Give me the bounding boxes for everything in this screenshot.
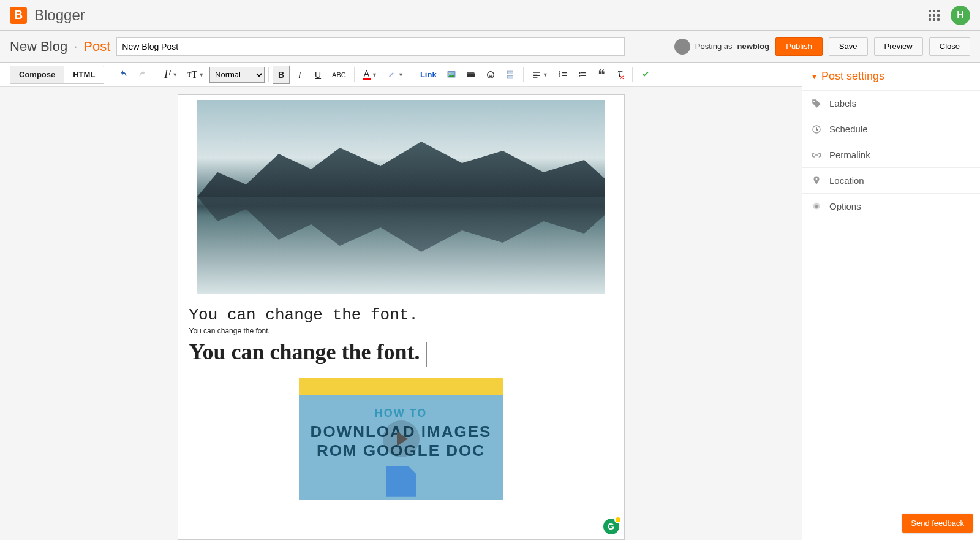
google-apps-icon[interactable]: [929, 10, 940, 21]
quote-button[interactable]: ❝: [593, 66, 610, 84]
sidebar-item-options[interactable]: Options: [802, 194, 980, 219]
post-settings-title: Post settings: [821, 70, 884, 83]
brand: B Blogger: [10, 6, 105, 25]
svg-point-3: [487, 71, 494, 78]
post-settings-panel: ▼ Post settings Labels Schedule Permalin…: [802, 63, 980, 540]
svg-point-5: [491, 74, 492, 74]
content-line-1[interactable]: You can change the font.: [189, 306, 613, 324]
editor-wrap: Compose HTML F▼ TT▼ Normal B I U ABC A▼ …: [0, 63, 802, 540]
insert-emoji-button[interactable]: [481, 66, 500, 84]
top-right: H: [929, 6, 970, 25]
svg-point-12: [813, 101, 815, 102]
pin-icon: [811, 175, 822, 186]
insert-video-button[interactable]: [462, 66, 480, 84]
marker-icon: [387, 70, 397, 80]
svg-point-10: [579, 72, 581, 74]
editor-canvas[interactable]: You can change the font. You can change …: [0, 87, 802, 540]
post-settings-toggle[interactable]: ▼ Post settings: [802, 63, 980, 91]
mode-toggle: Compose HTML: [10, 66, 104, 84]
inserted-image[interactable]: [197, 100, 605, 294]
sidebar-item-label: Location: [829, 175, 864, 186]
smiley-icon: [486, 70, 496, 80]
post-title-input[interactable]: [116, 37, 625, 56]
close-button[interactable]: Close: [929, 37, 970, 56]
highlight-button[interactable]: ▼: [383, 66, 408, 84]
doc-icon: [386, 466, 417, 497]
sidebar-item-location[interactable]: Location: [802, 168, 980, 194]
alignment-button[interactable]: ▼: [527, 66, 552, 84]
gear-icon: [811, 201, 822, 212]
numbered-list-button[interactable]: 12: [554, 66, 572, 84]
svg-rect-7: [507, 75, 513, 78]
bullet-list-button[interactable]: [573, 66, 592, 84]
check-icon: [641, 70, 650, 80]
svg-rect-6: [507, 71, 513, 74]
page-break-icon: [505, 70, 515, 80]
image-icon: [447, 70, 456, 80]
ol-icon: 12: [558, 70, 568, 80]
video-text-1: HOW TO: [375, 407, 428, 420]
toolbar: Compose HTML F▼ TT▼ Normal B I U ABC A▼ …: [0, 63, 802, 87]
undo-button[interactable]: [114, 66, 132, 84]
ul-icon: [578, 70, 587, 80]
svg-rect-2: [467, 73, 475, 77]
align-icon: [532, 70, 541, 80]
font-family-button[interactable]: F▼: [160, 66, 182, 84]
sidebar-item-labels[interactable]: Labels: [802, 91, 980, 116]
sub-bar: New Blog · Post Posting as newblog Publi…: [0, 31, 980, 63]
preview-button[interactable]: Preview: [874, 37, 923, 56]
publish-button[interactable]: Publish: [775, 37, 823, 56]
sidebar-item-schedule[interactable]: Schedule: [802, 116, 980, 142]
italic-button[interactable]: I: [291, 66, 308, 84]
spellcheck-button[interactable]: [636, 66, 655, 84]
svg-point-1: [449, 72, 451, 74]
blogger-logo-icon[interactable]: B: [10, 7, 27, 24]
clock-icon: [811, 124, 822, 135]
main-area: Compose HTML F▼ TT▼ Normal B I U ABC A▼ …: [0, 63, 980, 540]
author-avatar-icon[interactable]: [674, 39, 690, 55]
send-feedback-button[interactable]: Send feedback: [902, 514, 973, 533]
link-button[interactable]: Link: [416, 66, 441, 84]
strikethrough-button[interactable]: ABC: [328, 66, 350, 84]
clear-format-button[interactable]: T✕: [611, 66, 628, 84]
posting-as: Posting as newblog: [674, 39, 769, 55]
font-size-button[interactable]: TT▼: [183, 66, 208, 84]
inserted-video[interactable]: HOW TO DOWNLOAD IMAGES ROM GOOGLE DOC: [299, 378, 503, 500]
sidebar-item-label: Options: [829, 201, 861, 211]
account-avatar[interactable]: H: [951, 6, 970, 25]
undo-icon: [118, 70, 128, 80]
sidebar-item-label: Labels: [829, 98, 856, 108]
brand-name: Blogger: [34, 7, 85, 24]
compose-tab[interactable]: Compose: [10, 66, 64, 83]
sidebar-item-label: Schedule: [829, 124, 868, 134]
text-color-button[interactable]: A▼: [358, 66, 382, 84]
play-icon[interactable]: [383, 420, 420, 457]
post-body[interactable]: You can change the font. You can change …: [178, 94, 625, 540]
caret-down-icon: ▼: [811, 73, 818, 80]
content-line-3[interactable]: You can change the font.: [189, 339, 613, 367]
redo-button[interactable]: [134, 66, 152, 84]
clapper-icon: [466, 70, 476, 80]
grammarly-icon[interactable]: G: [603, 519, 619, 534]
svg-point-4: [489, 74, 489, 74]
posting-as-user: newblog: [737, 42, 770, 51]
paragraph-format-select[interactable]: Normal: [209, 67, 265, 83]
insert-jump-button[interactable]: [501, 66, 519, 84]
breadcrumb-blog[interactable]: New Blog: [10, 39, 67, 55]
text-cursor: [426, 342, 427, 367]
tag-icon: [811, 98, 822, 109]
breadcrumb-post: Post: [83, 39, 110, 55]
redo-icon: [138, 70, 148, 80]
sidebar-item-permalink[interactable]: Permalink: [802, 142, 980, 168]
bold-button[interactable]: B: [273, 66, 290, 84]
divider: [105, 6, 105, 25]
content-line-2[interactable]: You can change the font.: [189, 327, 613, 335]
insert-image-button[interactable]: [442, 66, 461, 84]
underline-button[interactable]: U: [309, 66, 326, 84]
breadcrumb-sep: ·: [74, 39, 77, 55]
html-tab[interactable]: HTML: [64, 66, 104, 83]
save-button[interactable]: Save: [829, 37, 868, 56]
svg-text:2: 2: [559, 74, 560, 77]
top-bar: B Blogger H: [0, 0, 980, 31]
svg-point-11: [579, 75, 581, 77]
